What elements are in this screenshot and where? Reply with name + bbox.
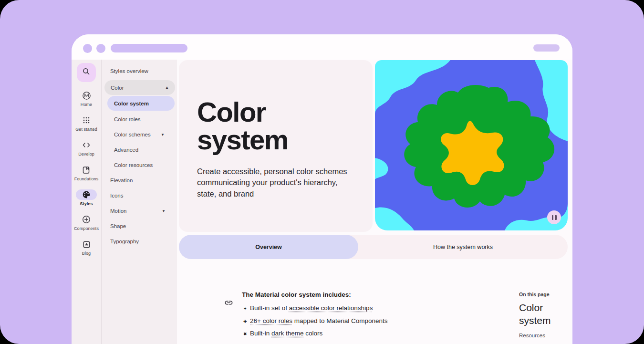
- rail-item-blog[interactable]: Blog: [76, 239, 97, 256]
- list-item-text: 26+ color roles mapped to Material Compo…: [250, 317, 388, 324]
- window-dot: [83, 44, 92, 53]
- on-this-page-nav: On this page Color system Resources What…: [519, 292, 569, 344]
- rail-item-label: Get started: [75, 127, 97, 132]
- pause-icon: [555, 215, 557, 220]
- sidebar-item-label: Color: [111, 85, 124, 91]
- pause-icon: [552, 215, 554, 220]
- main-content: Color system Create accessible, personal…: [177, 60, 572, 344]
- pause-button[interactable]: [547, 210, 561, 224]
- rail-item-label: Foundations: [74, 177, 99, 181]
- chevron-up-icon: ▲: [165, 85, 169, 90]
- sidebar-item-label: Styles overview: [110, 68, 148, 74]
- sidebar-item-color[interactable]: Color ▲: [104, 80, 175, 95]
- sidebar-item-shape[interactable]: Shape: [102, 219, 177, 234]
- browser-window: Home Get started: [72, 34, 572, 344]
- code-brackets-icon: [76, 140, 97, 150]
- sidebar-item-styles-overview[interactable]: Styles overview: [102, 63, 177, 79]
- rail-item-styles[interactable]: Styles: [76, 189, 97, 206]
- tab-bar: Overview How the system works: [179, 235, 568, 259]
- rail-item-label: Home: [81, 102, 92, 107]
- sidebar-item-icons[interactable]: Icons: [102, 188, 177, 203]
- list-item: ✖ Built-in dark theme colors: [243, 330, 453, 343]
- rail-item-label: Components: [74, 226, 99, 231]
- sidebar-item-elevation[interactable]: Elevation: [102, 173, 177, 188]
- sidebar-item-typography[interactable]: Typography: [102, 234, 177, 249]
- hero-card: Color system Create accessible, personal…: [179, 60, 373, 232]
- tab-how-the-system-works[interactable]: How the system works: [358, 235, 568, 259]
- star-box-icon: [76, 239, 97, 250]
- search-icon: [82, 67, 91, 78]
- rail-item-develop[interactable]: Develop: [76, 140, 97, 156]
- color-blob-illustration: [375, 60, 568, 230]
- sidebar-item-label: Color resources: [114, 162, 153, 168]
- sidebar-item-label: Shape: [110, 223, 126, 229]
- rail-item-home[interactable]: Home: [76, 90, 97, 107]
- address-bar-pill: [111, 44, 187, 52]
- on-this-page-item-resources[interactable]: Resources: [519, 333, 569, 338]
- sidebar-item-label: Color system: [114, 101, 149, 106]
- styles-sidebar: Styles overview Color ▲ Color system Col…: [102, 60, 177, 344]
- sidebar-item-label: Color schemes: [114, 132, 151, 137]
- sidebar-item-label: Typography: [110, 239, 139, 244]
- browser-topbar: [72, 34, 572, 60]
- cross-bullet-icon: ✖: [243, 332, 250, 336]
- section-heading: The Material color system includes:: [242, 291, 453, 298]
- grid-dots-icon: [76, 115, 97, 125]
- link-dark-theme[interactable]: dark theme: [271, 330, 304, 337]
- sidebar-item-label: Color roles: [114, 116, 141, 122]
- on-this-page-title: Color system: [519, 302, 552, 327]
- tab-overview[interactable]: Overview: [179, 235, 358, 259]
- rail-item-label: Develop: [78, 152, 94, 156]
- sidebar-item-color-system[interactable]: Color system: [107, 96, 175, 111]
- window-dot: [96, 44, 105, 53]
- material-logo-icon: [76, 90, 97, 101]
- page-description: Create accessible, personal color scheme…: [197, 166, 357, 199]
- rail-item-foundations[interactable]: Foundations: [74, 165, 99, 181]
- rail-item-get-started[interactable]: Get started: [75, 115, 97, 132]
- rail-item-label: Styles: [80, 201, 93, 206]
- list-item: ✦ Built-in set of accessible color relat…: [243, 304, 453, 317]
- sidebar-item-motion[interactable]: Motion ▼: [102, 203, 177, 219]
- list-item: ✚ 26+ color roles mapped to Material Com…: [243, 317, 453, 330]
- link-color-roles[interactable]: 26+ color roles: [250, 317, 292, 324]
- sidebar-item-color-roles[interactable]: Color roles: [102, 112, 177, 127]
- chevron-down-icon: ▼: [161, 133, 165, 137]
- list-item-text: Built-in set of accessible color relatio…: [250, 304, 373, 312]
- book-icon: [76, 165, 97, 175]
- sidebar-item-label: Icons: [110, 193, 124, 198]
- sidebar-item-color-resources[interactable]: Color resources: [102, 157, 177, 173]
- nav-rail: Home Get started: [72, 60, 102, 344]
- page-title: Color system: [197, 98, 316, 154]
- sidebar-item-color-schemes[interactable]: Color schemes ▼: [102, 127, 177, 142]
- topbar-right-pill: [533, 44, 560, 52]
- sidebar-item-label: Elevation: [110, 177, 133, 183]
- rail-item-components[interactable]: Components: [74, 214, 99, 231]
- star-bullet-icon: ✦: [243, 306, 250, 311]
- feature-list: ✦ Built-in set of accessible color relat…: [243, 304, 453, 343]
- tab-label: How the system works: [433, 244, 493, 250]
- link-anchor-icon[interactable]: [224, 298, 233, 309]
- search-button[interactable]: [77, 63, 96, 82]
- sidebar-item-label: Advanced: [114, 147, 138, 153]
- rail-item-label: Blog: [82, 251, 91, 256]
- tab-label: Overview: [255, 244, 282, 250]
- sidebar-item-advanced[interactable]: Advanced: [102, 142, 177, 157]
- palette-icon: [76, 189, 97, 200]
- sidebar-item-label: Motion: [110, 208, 127, 214]
- purple-backdrop: Home Get started: [0, 0, 644, 344]
- add-circle-icon: [76, 214, 97, 225]
- chevron-down-icon: ▼: [162, 209, 166, 213]
- link-accessible-color-relationships[interactable]: accessible color relationships: [289, 304, 373, 312]
- overview-section: The Material color system includes: ✦ Bu…: [224, 291, 453, 343]
- list-item-text: Built-in dark theme colors: [250, 330, 322, 337]
- plus-bullet-icon: ✚: [243, 319, 250, 324]
- on-this-page-label: On this page: [519, 292, 569, 297]
